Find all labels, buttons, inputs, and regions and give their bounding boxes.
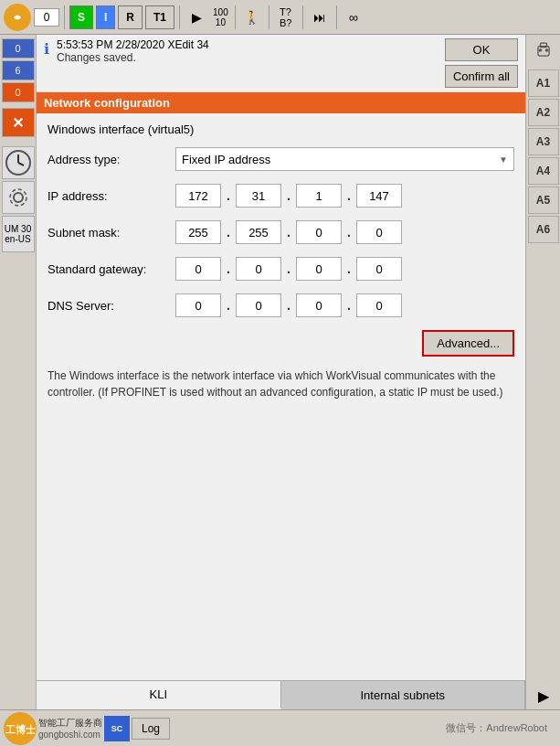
- bottom-btn-group: Log: [132, 718, 170, 740]
- ip-octet-3[interactable]: 1: [296, 184, 342, 208]
- ip-address-fields: 172 . 31 . 1 . 147: [175, 184, 514, 208]
- dns-dot-1: .: [221, 298, 236, 313]
- bottom-tagline: 智能工厂服务商: [38, 717, 102, 729]
- question-icon[interactable]: T?B?: [274, 5, 298, 29]
- address-type-row: Address type: Fixed IP address ▼: [48, 147, 514, 171]
- robot-icon[interactable]: [532, 38, 555, 62]
- speed-display: 100 10: [211, 7, 230, 27]
- changes-label: Changes saved.: [57, 51, 438, 64]
- play-icon[interactable]: ▶: [185, 5, 208, 29]
- separator-6: [336, 5, 337, 29]
- bottom-website: gongboshi.com: [38, 729, 102, 741]
- skip-icon[interactable]: ⏭: [308, 5, 332, 29]
- svg-point-4: [14, 193, 23, 202]
- r-button[interactable]: R: [118, 5, 143, 29]
- config-body: Windows interface (virtual5) Address typ…: [37, 113, 525, 680]
- gear-icon[interactable]: [2, 181, 35, 214]
- sidebar-counter-2[interactable]: 6: [2, 60, 35, 80]
- tab-kli[interactable]: KLI: [37, 681, 281, 709]
- walk-icon[interactable]: 🚶: [240, 5, 264, 29]
- ip-address-label: IP address:: [48, 189, 175, 203]
- separator-5: [302, 5, 303, 29]
- log-button[interactable]: Log: [132, 718, 170, 740]
- watermark-text: 微信号：AndrewRobot: [446, 721, 547, 735]
- address-type-dropdown[interactable]: Fixed IP address ▼: [175, 147, 514, 171]
- right-btn-a3[interactable]: A3: [528, 128, 559, 155]
- right-arrow-icon[interactable]: ▶: [528, 682, 559, 709]
- dns-octet-3[interactable]: 0: [296, 293, 342, 317]
- dns-fields: 0 . 0 . 0 . 0: [175, 293, 514, 317]
- right-btn-a4[interactable]: A4: [528, 157, 559, 185]
- dns-dot-2: .: [281, 298, 296, 313]
- dns-label: DNS Server:: [48, 299, 175, 313]
- separator-1: [64, 5, 65, 29]
- tab-internal-subnets[interactable]: Internal subnets: [281, 681, 526, 709]
- gateway-row: Standard gateway: 0 . 0 . 0 . 0: [48, 257, 514, 281]
- gateway-dot-1: .: [221, 261, 236, 276]
- advanced-row: Advanced...: [48, 330, 514, 357]
- subnet-dot-1: .: [221, 225, 236, 240]
- ok-button[interactable]: OK: [445, 38, 518, 61]
- t1-button[interactable]: T1: [145, 5, 174, 29]
- sc-indicator: SC: [104, 716, 130, 741]
- app-logo[interactable]: [4, 4, 31, 31]
- dns-dot-3: .: [342, 298, 356, 313]
- dns-octet-1[interactable]: 0: [175, 293, 221, 317]
- subnet-segments: 255 . 255 . 0 . 0: [175, 220, 402, 244]
- ip-octet-4[interactable]: 147: [356, 184, 402, 208]
- bottom-text: 智能工厂服务商 gongboshi.com: [38, 717, 102, 741]
- gateway-octet-1[interactable]: 0: [175, 257, 221, 281]
- svg-point-5: [10, 189, 26, 206]
- gateway-octet-4[interactable]: 0: [356, 257, 402, 281]
- right-btn-a1[interactable]: A1: [528, 69, 559, 97]
- subnet-octet-3[interactable]: 0: [296, 220, 342, 244]
- advanced-button[interactable]: Advanced...: [422, 330, 514, 357]
- gateway-octet-3[interactable]: 0: [296, 257, 342, 281]
- sidebar-counter-3[interactable]: 0: [2, 82, 35, 102]
- description-text: The Windows interface is the network int…: [48, 368, 514, 400]
- ip-dot-2: .: [281, 188, 296, 203]
- right-btn-a5[interactable]: A5: [528, 186, 559, 214]
- gateway-dot-3: .: [342, 261, 356, 276]
- ip-octet-2[interactable]: 31: [236, 184, 281, 208]
- info-bar: ℹ 5:53:53 PM 2/28/2020 XEdit 34 Changes …: [37, 35, 525, 92]
- gateway-label: Standard gateway:: [48, 262, 175, 276]
- svg-text:工博士: 工博士: [5, 724, 37, 735]
- subnet-octet-2[interactable]: 255: [236, 220, 281, 244]
- svg-line-3: [18, 163, 24, 165]
- top-toolbar: 0 S I R T1 ▶ 100 10 🚶 T?B? ⏭ ∞: [0, 0, 560, 35]
- address-type-value[interactable]: Fixed IP address ▼: [175, 147, 514, 171]
- bottom-bar: 工博士 智能工厂服务商 gongboshi.com SC Log 微信号：And…: [0, 709, 560, 746]
- dns-octet-4[interactable]: 0: [356, 293, 402, 317]
- i-button[interactable]: I: [96, 5, 115, 29]
- ip-address-row: IP address: 172 . 31 . 1 . 147: [48, 184, 514, 208]
- main-content: ℹ 5:53:53 PM 2/28/2020 XEdit 34 Changes …: [37, 35, 525, 709]
- right-sidebar: A1 A2 A3 A4 A5 A6 ▶: [525, 35, 560, 709]
- separator-2: [179, 5, 180, 29]
- right-btn-a6[interactable]: A6: [528, 216, 559, 243]
- ip-octet-1[interactable]: 172: [175, 184, 221, 208]
- subnet-mask-row: Subnet mask: 255 . 255 . 0 . 0: [48, 220, 514, 244]
- infinity-icon[interactable]: ∞: [342, 5, 365, 29]
- windows-interface-title: Windows interface (virtual5): [48, 123, 514, 136]
- confirm-all-button[interactable]: Confirm all: [445, 65, 518, 88]
- close-button[interactable]: ✕: [2, 108, 35, 137]
- dropdown-arrow-icon: ▼: [499, 155, 508, 165]
- subnet-octet-4[interactable]: 0: [356, 220, 402, 244]
- separator-3: [235, 5, 236, 29]
- clock-icon[interactable]: [2, 146, 35, 179]
- ip-segments: 172 . 31 . 1 . 147: [175, 184, 402, 208]
- info-text: 5:53:53 PM 2/28/2020 XEdit 34 Changes sa…: [57, 38, 438, 64]
- ip-dot-1: .: [221, 188, 236, 203]
- subnet-dot-3: .: [342, 225, 356, 240]
- s-button[interactable]: S: [69, 5, 93, 29]
- gateway-octet-2[interactable]: 0: [236, 257, 281, 281]
- bottom-tabs: KLI Internal subnets: [37, 680, 525, 709]
- gateway-fields: 0 . 0 . 0 . 0: [175, 257, 514, 281]
- dns-octet-2[interactable]: 0: [236, 293, 281, 317]
- subnet-octet-1[interactable]: 255: [175, 220, 221, 244]
- address-type-text: Fixed IP address: [182, 153, 270, 166]
- sidebar-counter-1[interactable]: 0: [2, 38, 35, 59]
- um30-display: UM 30 en-US: [2, 216, 35, 252]
- right-btn-a2[interactable]: A2: [528, 99, 559, 126]
